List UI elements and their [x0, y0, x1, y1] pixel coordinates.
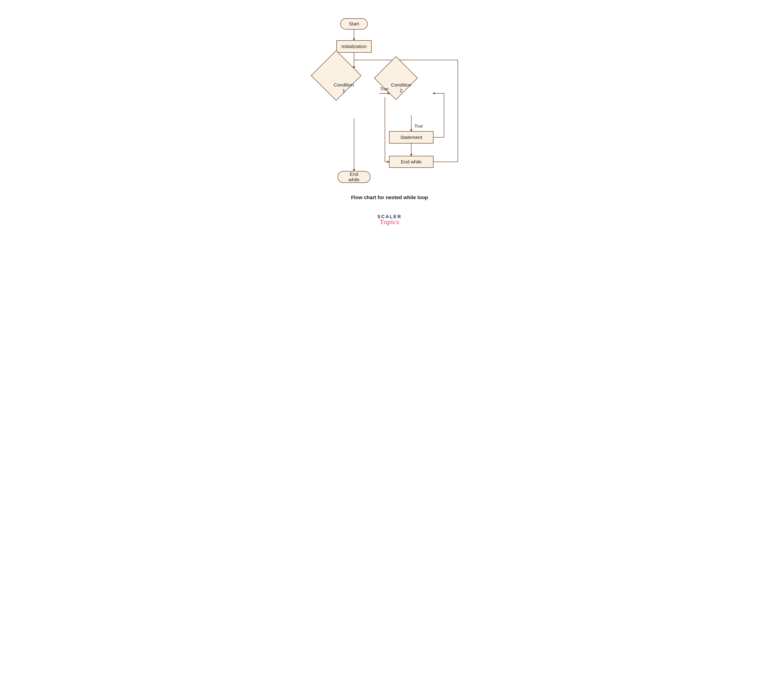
end-while-inner-label: End while — [401, 159, 421, 165]
flowchart-canvas: Start Initialization Condition 1 Conditi… — [254, 0, 525, 243]
edge-label-cond1-true: True — [380, 87, 389, 92]
diagram-caption: Flow chart for nested while loop — [254, 195, 525, 200]
brand-line2: Topics — [254, 218, 525, 226]
end-while-outer-terminator: End while — [338, 171, 371, 183]
brand-logo: SCALER Topics — [254, 214, 525, 226]
initialization-label: Initialization — [341, 44, 366, 49]
condition-2-label: Condition 2 — [391, 82, 411, 93]
flowchart-edges — [254, 0, 525, 243]
initialization-process: Initialization — [336, 40, 372, 53]
statement-label: Statement — [400, 135, 422, 140]
start-terminator: Start — [340, 18, 368, 30]
edge-label-cond2-true: True — [414, 123, 423, 128]
condition-1-label: Condition 1 — [334, 82, 354, 93]
end-while-inner-process: End while — [389, 156, 433, 168]
end-while-outer-label: End while — [344, 172, 364, 182]
statement-process: Statement — [389, 131, 433, 143]
start-label: Start — [349, 21, 359, 27]
